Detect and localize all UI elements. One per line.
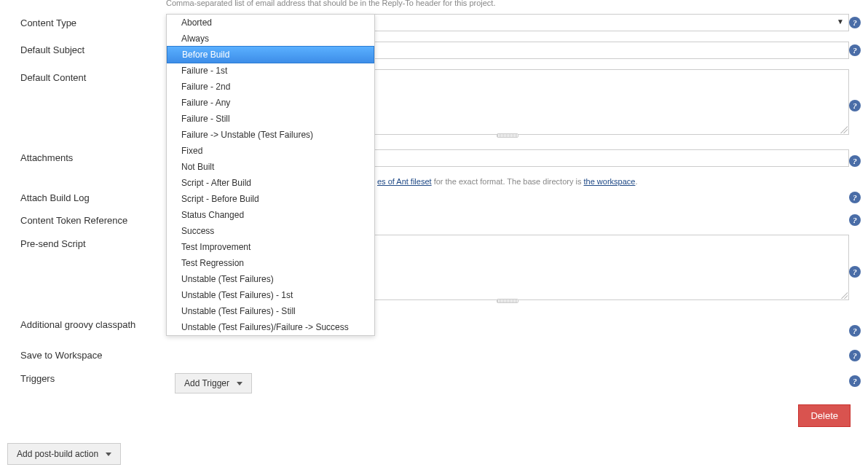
chevron-down-icon [106, 453, 111, 456]
label-save-to-workspace: Save to Workspace [20, 350, 102, 361]
dropdown-arrow-icon: ▼ [837, 17, 844, 26]
trigger-option[interactable]: Not Built [167, 159, 374, 175]
trigger-option[interactable]: Script - Before Build [167, 191, 374, 207]
help-icon[interactable]: ? [849, 44, 861, 56]
label-content-token-reference: Content Token Reference [20, 215, 127, 226]
help-icon[interactable]: ? [849, 375, 861, 387]
trigger-option[interactable]: Unstable (Test Failures) [167, 271, 374, 287]
label-additional-groovy-classpath: Additional groovy classpath [20, 319, 135, 330]
help-icon[interactable]: ? [849, 100, 861, 111]
trigger-option[interactable]: Test Improvement [167, 239, 374, 255]
trigger-option[interactable]: Failure - 1st [167, 63, 374, 79]
trigger-option[interactable]: Failure - 2nd [167, 79, 374, 95]
trigger-option[interactable]: Always [167, 31, 374, 47]
trigger-option[interactable]: Before Build [167, 46, 374, 63]
add-trigger-label: Add Trigger [184, 378, 229, 388]
label-default-content: Default Content [20, 72, 86, 83]
help-icon[interactable]: ? [849, 350, 861, 361]
label-content-type: Content Type [20, 17, 76, 28]
reply-to-help-text: Comma-separated list of email address th… [166, 0, 495, 7]
trigger-option[interactable]: Unstable (Test Failures) - 1st [167, 287, 374, 303]
help-icon[interactable]: ? [849, 266, 861, 278]
help-icon[interactable]: ? [849, 17, 861, 28]
label-attachments: Attachments [20, 152, 73, 163]
add-post-build-action-button[interactable]: Add post-build action [7, 443, 121, 465]
add-post-build-label: Add post-build action [17, 449, 98, 459]
label-pre-send-script: Pre-send Script [20, 238, 86, 249]
drag-handle-icon[interactable] [497, 299, 518, 303]
trigger-option[interactable]: Failure - Any [167, 95, 374, 111]
trigger-option[interactable]: Success [167, 223, 374, 239]
chevron-down-icon [237, 382, 242, 385]
help-icon[interactable]: ? [849, 155, 861, 167]
help-icon[interactable]: ? [849, 214, 861, 226]
trigger-dropdown-menu: AbortedAlwaysBefore BuildFailure - 1stFa… [166, 14, 375, 336]
resize-handle-icon[interactable] [840, 291, 848, 299]
trigger-option[interactable]: Script - After Build [167, 175, 374, 191]
trigger-option[interactable]: Unstable (Test Failures) - Still [167, 303, 374, 319]
trigger-option[interactable]: Status Changed [167, 207, 374, 223]
resize-handle-icon[interactable] [840, 126, 848, 133]
help-icon[interactable]: ? [849, 325, 861, 337]
trigger-option[interactable]: Aborted [167, 15, 374, 31]
trigger-option[interactable]: Failure -> Unstable (Test Failures) [167, 127, 374, 143]
trigger-option[interactable]: Failure - Still [167, 111, 374, 127]
label-triggers: Triggers [20, 373, 55, 384]
workspace-link[interactable]: the workspace [584, 177, 636, 186]
trigger-option[interactable]: Unstable (Test Failures)/Failure -> Succ… [167, 319, 374, 335]
label-attach-build-log: Attach Build Log [20, 192, 90, 203]
delete-button[interactable]: Delete [798, 404, 851, 427]
ant-fileset-link[interactable]: es of Ant fileset [377, 177, 432, 186]
label-default-subject: Default Subject [20, 44, 84, 55]
trigger-option[interactable]: Fixed [167, 143, 374, 159]
trigger-option[interactable]: Test Regression [167, 255, 374, 271]
help-icon[interactable]: ? [849, 192, 861, 203]
add-trigger-button[interactable]: Add Trigger [175, 373, 252, 393]
drag-handle-icon[interactable] [497, 133, 518, 138]
